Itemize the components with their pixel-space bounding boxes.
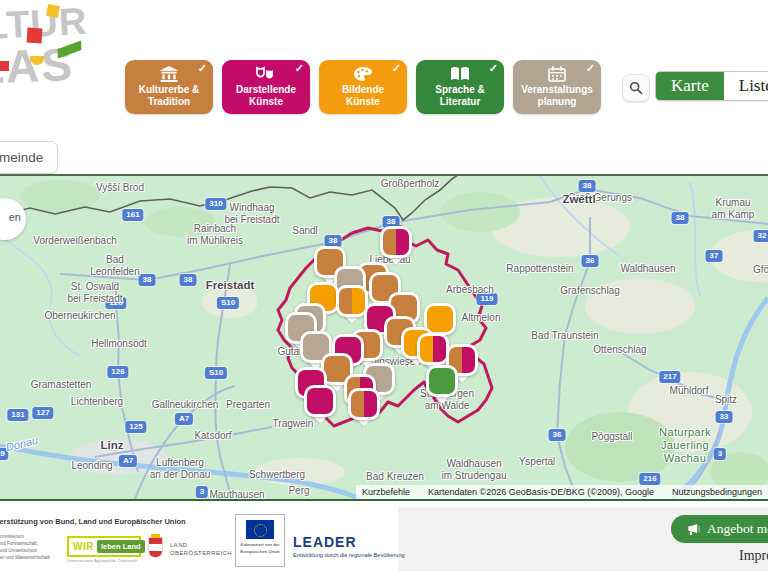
map-label: Spitz	[715, 394, 737, 406]
logo-accent-red	[27, 28, 43, 44]
map-label: Leonding	[71, 460, 112, 472]
eu-flag-icon	[246, 520, 274, 539]
road-shield: 38	[139, 274, 156, 286]
austria-coat-logo	[149, 538, 162, 557]
report-offer-button[interactable]: Angebot melden	[671, 515, 768, 543]
filter-chip-label: Darstellende Künste	[236, 84, 296, 109]
map-attribution: Kurzbefehle Kartendaten ©2026 GeoBasis-D…	[356, 485, 768, 499]
map-marker[interactable]	[426, 365, 458, 397]
map-marker[interactable]	[380, 226, 412, 258]
map-label: Gföhl	[753, 264, 768, 276]
road-shield: S10	[217, 297, 239, 309]
category-filter-bar: ✓ Kulturerbe & Tradition ✓ Darstellende …	[125, 60, 601, 114]
map-label: Katsdorf	[194, 430, 231, 442]
map[interactable]: en Vyšší BrodWindhaag bei FreistadtSandl…	[0, 174, 768, 501]
wir-leben-land-logo: WIR leben Land Gemeinsame Agrarpolitik Ö…	[67, 536, 141, 563]
filter-chip-darstellende[interactable]: ✓ Darstellende Künste	[222, 60, 310, 114]
megaphone-icon	[687, 523, 700, 536]
filter-chip-sprache[interactable]: ✓ Sprache & Literatur	[416, 60, 504, 114]
map-marker[interactable]	[304, 385, 336, 417]
map-label: Gallneukirchen	[152, 399, 219, 411]
karte-tab[interactable]: Karte	[656, 72, 724, 100]
road-shield: 217	[659, 371, 680, 383]
map-label: Bad Kreuzen	[366, 471, 424, 483]
map-label: Bad Traunstein	[531, 330, 598, 342]
map-label: Lichtenberg	[71, 396, 123, 408]
logo-accent-red-small	[0, 61, 9, 71]
leader-subtitle: Entwicklung durch die regionale Bevölker…	[293, 552, 405, 558]
leader-logo: LEADER Entwicklung durch die regionale B…	[293, 534, 405, 558]
wir-box: WIR leben Land	[67, 536, 141, 557]
gemeinde-filter-button[interactable]: Gemeinde	[0, 141, 58, 174]
map-label: Vyšší Brod	[96, 182, 144, 194]
eu-cofinance-label: Kofinanziert von der Europäischen Union	[240, 542, 280, 555]
map-label: Waldhausen im Strudengau	[441, 458, 506, 482]
kulturatlas-logo: KULTUR ATLAS	[0, 0, 120, 130]
road-shield: 36	[549, 429, 566, 441]
filter-chip-label: Sprache & Literatur	[435, 84, 484, 109]
palette-icon	[353, 66, 373, 82]
map-marker[interactable]	[417, 333, 449, 365]
map-bubble-label: en	[9, 211, 21, 223]
road-shield: 126	[107, 366, 128, 378]
map-label: Hellmonsödt	[91, 338, 147, 350]
theater-masks-icon	[255, 66, 277, 82]
ministry-text: Bundesministerium Land- und Forstwirtsch…	[0, 533, 50, 561]
road-shield: 38	[579, 180, 596, 192]
calendar-icon	[548, 66, 566, 82]
map-label: Naturpark Jauerling Wachau	[659, 426, 711, 465]
check-icon: ✓	[586, 62, 595, 76]
logo-accent-yellow-arc	[30, 56, 44, 65]
map-label: Tragwein	[273, 418, 314, 430]
road-shield: 3	[714, 448, 726, 460]
map-label: Rappottenstein	[506, 263, 573, 275]
map-label: Krumau am Kamp	[712, 197, 755, 221]
map-label: Mühldorf	[670, 385, 709, 397]
check-icon: ✓	[392, 62, 401, 76]
kurzbefehle-link[interactable]: Kurzbefehle	[362, 487, 410, 497]
road-shield: 32	[754, 230, 768, 242]
map-marker[interactable]	[348, 388, 380, 420]
map-label: Schwertberg	[249, 469, 305, 481]
filter-chip-kulturerbe[interactable]: ✓ Kulturerbe & Tradition	[125, 60, 213, 114]
funding-title: Mit Unterstützung von Bund, Land und Eur…	[0, 517, 186, 526]
filter-chip-bildende[interactable]: ✓ Bildende Künste	[319, 60, 407, 114]
filter-chip-veranstaltungsplanung[interactable]: ✓ Veranstaltungs planung	[513, 60, 601, 114]
map-label: Sandl	[292, 225, 318, 237]
wir-subtitle: Gemeinsame Agrarpolitik Österreich	[67, 558, 141, 563]
impressum-link[interactable]: Impressum	[739, 548, 768, 564]
land-oberoesterreich-label: LAND OBERÖSTERREICH	[170, 541, 232, 558]
road-shield: 33	[716, 411, 733, 423]
road-shield: 36	[582, 255, 599, 267]
road-shield: 125	[125, 421, 146, 433]
map-label: St. Oswald bei Freistadt	[67, 281, 122, 305]
filter-chip-label: Veranstaltungs planung	[521, 84, 593, 109]
map-label: Luftenberg an der Donau	[150, 457, 211, 481]
map-data-text: Kartendaten ©2026 GeoBasis-DE/BKG (©2009…	[428, 487, 654, 497]
map-label: Freistadt	[206, 279, 255, 293]
logo-accent-green	[58, 40, 82, 58]
road-shield: 37	[706, 250, 723, 262]
terms-link[interactable]: Nutzungsbedingungen	[672, 487, 762, 497]
logo-row2: ATLAS	[0, 37, 75, 97]
road-shield: 161	[122, 209, 143, 221]
filter-chip-label: Bildende Künste	[342, 84, 384, 109]
road-shield: 3	[196, 486, 208, 498]
map-label: Pöggstall	[591, 431, 632, 443]
road-shield: 131	[7, 409, 28, 421]
logo-row1: KULTUR	[0, 0, 88, 51]
filter-chip-label: Kulturerbe & Tradition	[139, 84, 200, 109]
view-toggle: Karte Liste	[655, 71, 768, 101]
map-label: Großpertholz	[381, 178, 439, 190]
museum-icon	[158, 66, 180, 82]
map-label: Yspertal	[519, 456, 556, 468]
magnifier-icon	[629, 81, 643, 95]
leben-land-label: leben Land	[97, 540, 145, 553]
eu-flag-logo: Kofinanziert von der Europäischen Union	[235, 514, 285, 567]
wir-label: WIR	[73, 541, 94, 552]
check-icon: ✓	[489, 62, 498, 76]
map-label: Pregarten	[226, 399, 270, 411]
map-label: Altmelon	[462, 312, 501, 324]
liste-tab[interactable]: Liste	[724, 72, 768, 100]
search-button[interactable]	[622, 74, 650, 102]
